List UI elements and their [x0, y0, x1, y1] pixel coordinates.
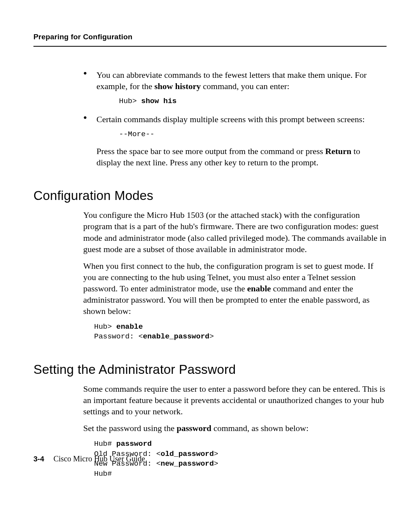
bullet-item-2: Certain commands display multiple screen… [83, 114, 387, 168]
config-code-l1-prompt: Hub> [94, 322, 116, 331]
page-number: 3-4 [33, 455, 44, 463]
heading-setting-admin-password: Setting the Administrator Password [33, 362, 387, 377]
bullet-list: You can abbreviate commands to the fewes… [83, 69, 387, 168]
admin-code-l4: Hub# [94, 470, 112, 478]
bullet-item-1: You can abbreviate commands to the fewes… [83, 69, 387, 107]
bullet-1-text-b: command, you can enter: [201, 81, 289, 91]
config-p2-cmd: enable [247, 284, 271, 293]
bullet-2-code: --More-- [119, 130, 387, 140]
admin-p2: Set the password using the password comm… [83, 422, 387, 434]
bullet-2-follow-a: Press the space bar to see more output f… [96, 146, 325, 156]
heading-configuration-modes: Configuration Modes [33, 188, 387, 203]
admin-code-l1-cmd: password [116, 440, 152, 448]
code-prompt: Hub> [119, 97, 141, 105]
config-code-l2-label: Password: < [94, 332, 143, 341]
code-cmd: show his [141, 97, 177, 105]
admin-code-l2-end: > [214, 450, 218, 458]
page: Preparing for Configuration You can abbr… [0, 0, 420, 510]
config-code-l1-cmd: enable [116, 322, 143, 331]
config-code-l2-val: enable_password [143, 332, 209, 341]
admin-code-l2-val: old_password [161, 450, 214, 458]
content-area: You can abbreviate commands to the fewes… [83, 69, 387, 479]
config-code-block: Hub> enable Password: <enable_password> [94, 322, 387, 342]
admin-code-l3-end: > [214, 459, 218, 468]
admin-p2b: command, as shown below: [211, 423, 308, 433]
config-code-l2-end: > [209, 332, 214, 341]
bullet-2-follow: Press the space bar to see more output f… [96, 145, 387, 168]
admin-p2-cmd: password [177, 423, 211, 433]
bullet-1-code: Hub> show his [119, 96, 387, 107]
bullet-2-text: Certain commands display multiple screen… [96, 114, 365, 124]
bullet-2-return: Return [325, 146, 351, 156]
admin-code-l3-val: new_password [161, 459, 214, 468]
book-title: Cisco Micro Hub User Guide [53, 454, 145, 463]
admin-p2a: Set the password using the [83, 423, 177, 433]
admin-code-l1-prompt: Hub# [94, 440, 116, 448]
header-rule [33, 46, 387, 47]
bullet-1-cmd: show history [154, 81, 201, 91]
config-p1: You configure the Micro Hub 1503 (or the… [83, 209, 387, 254]
admin-p1: Some commands require the user to enter … [83, 383, 387, 417]
config-p2: When you first connect to the hub, the c… [83, 260, 387, 317]
running-head: Preparing for Configuration [33, 33, 387, 41]
footer: 3-4Cisco Micro Hub User Guide [33, 454, 145, 463]
